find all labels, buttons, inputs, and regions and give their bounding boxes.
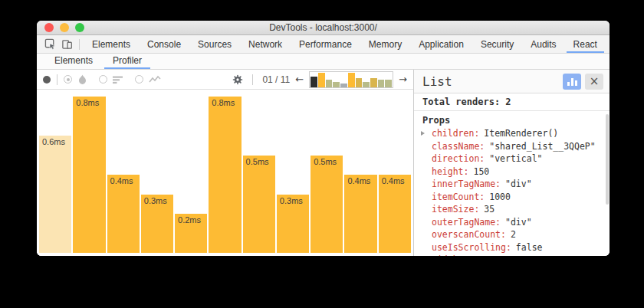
prop-key: height: (432, 166, 468, 177)
settings-gear-icon[interactable] (232, 74, 243, 85)
commit-bar-9[interactable]: 0.5ms (310, 156, 343, 254)
snapshot-minimap[interactable] (309, 71, 393, 88)
interactions-chart-icon[interactable] (149, 75, 161, 84)
prop-row-direction: direction:"vertical" (414, 152, 610, 165)
devtools-tab-bar: ElementsConsoleSourcesNetworkPerformance… (37, 35, 610, 54)
traffic-lights (44, 23, 84, 32)
minimap-bar-5[interactable] (340, 84, 347, 87)
props-panel: Props children:ItemRenderer()className:"… (414, 111, 610, 256)
commit-duration-label: 0.4ms (382, 176, 405, 185)
ranked-radio[interactable] (99, 75, 107, 84)
tab-console[interactable]: Console (139, 36, 189, 53)
commit-bar-6[interactable]: 0.8ms (209, 97, 241, 253)
commit-bar-8[interactable]: 0.3ms (277, 195, 309, 254)
prop-key: outerTagName: (432, 217, 501, 228)
prop-row-innerTagName: innerTagName:"div" (414, 178, 610, 191)
tab-react[interactable]: React (565, 36, 606, 53)
props-scrollbar[interactable] (606, 114, 609, 205)
prop-key: itemSize: (432, 204, 479, 215)
prop-row-useIsScrolling: useIsScrolling:false (414, 241, 610, 254)
minimap-bar-8[interactable] (363, 82, 370, 87)
tab-audits[interactable]: Audits (522, 36, 564, 53)
prop-key: width: (432, 254, 464, 256)
snapshot-counter: 01 / 11 (262, 74, 290, 85)
tab-sources[interactable]: Sources (189, 36, 240, 53)
prop-row-overscanCount: overscanCount:2 (414, 228, 610, 241)
subtab-profiler[interactable]: Profiler (103, 54, 152, 69)
interactions-radio[interactable] (135, 75, 143, 84)
minimap-bar-11[interactable] (385, 80, 392, 87)
prop-row-itemCount: itemCount:1000 (414, 191, 610, 204)
commit-duration-label: 0.5ms (314, 157, 337, 166)
profiler-toolbar: 01 / 11 ← → (37, 70, 413, 90)
commit-duration-label: 0.2ms (178, 215, 201, 224)
commit-bar-7[interactable]: 0.5ms (243, 156, 275, 254)
commit-bar-3[interactable]: 0.4ms (107, 175, 140, 253)
component-details-pane: List × Total renders: 2 Props children:I… (414, 70, 610, 256)
commit-bar-1[interactable]: 0.6ms (39, 136, 71, 253)
tab-application[interactable]: Application (410, 36, 472, 53)
flame-icon[interactable] (77, 74, 87, 85)
prop-key: useIsScrolling: (432, 242, 511, 253)
prop-key: direction: (432, 153, 485, 164)
prop-row-children[interactable]: children:ItemRenderer() (414, 127, 610, 140)
flamegraph-radio[interactable] (64, 75, 72, 84)
commit-duration-label: 0.3ms (280, 196, 303, 205)
previous-snapshot-button[interactable]: ← (295, 74, 304, 84)
snapshot-nav: 01 / 11 ← → (232, 71, 407, 88)
inspect-element-button[interactable] (41, 37, 58, 52)
profiler-main: 01 / 11 ← → 0.6ms0.8ms0.4ms0.3ms0.2ms0.8… (37, 70, 610, 256)
commit-bar-2[interactable]: 0.8ms (73, 97, 105, 253)
bar-chart-icon (567, 82, 570, 86)
minimap-bar-6[interactable] (348, 73, 355, 87)
component-name: List (422, 74, 452, 89)
tab-memory[interactable]: Memory (360, 36, 410, 53)
prop-value: 300 (468, 254, 485, 256)
minimap-bar-3[interactable] (326, 80, 333, 87)
prop-value: "shared_List__3QQeP" (489, 141, 595, 152)
minimize-window-button[interactable] (60, 23, 69, 32)
minimap-bar-10[interactable] (378, 80, 385, 87)
record-button[interactable] (43, 76, 51, 84)
inspect-cursor-icon (44, 38, 56, 50)
minimap-bar-2[interactable] (318, 73, 325, 87)
commit-bar-5[interactable]: 0.2ms (175, 214, 207, 253)
minimap-bar-1[interactable] (310, 77, 317, 87)
close-panel-button[interactable]: × (585, 74, 603, 90)
title-bar: DevTools - localhost:3000/ (37, 21, 610, 35)
tab-security[interactable]: Security (472, 36, 522, 53)
props-list: children:ItemRenderer()className:"shared… (414, 127, 610, 256)
commit-bar-4[interactable]: 0.3ms (141, 195, 173, 254)
tab-performance[interactable]: Performance (291, 36, 360, 53)
profiler-left-pane: 01 / 11 ← → 0.6ms0.8ms0.4ms0.3ms0.2ms0.8… (37, 70, 414, 256)
minimap-bar-4[interactable] (333, 82, 340, 87)
toggle-device-toolbar-button[interactable] (58, 37, 75, 52)
prop-key: itemCount: (432, 192, 485, 202)
commit-bar-chart: 0.6ms0.8ms0.4ms0.3ms0.2ms0.8ms0.5ms0.3ms… (37, 90, 413, 256)
minimap-bar-7[interactable] (356, 78, 363, 87)
zoom-window-button[interactable] (75, 23, 84, 32)
prop-row-height: height:150 (414, 165, 610, 179)
commit-bar-10[interactable]: 0.4ms (344, 175, 376, 253)
commit-duration-label: 0.4ms (347, 176, 370, 185)
bar-chart-icon (575, 80, 577, 86)
toolbar-divider (79, 39, 80, 50)
commit-duration-label: 0.4ms (110, 176, 133, 185)
commit-duration-label: 0.5ms (246, 157, 269, 166)
commit-bar-11[interactable]: 0.4ms (379, 175, 411, 253)
close-window-button[interactable] (44, 23, 54, 32)
total-renders: Total renders: 2 (414, 93, 610, 111)
tab-elements[interactable]: Elements (84, 36, 139, 53)
toolbar-divider (252, 74, 253, 85)
view-render-chart-button[interactable] (563, 74, 581, 90)
ranked-chart-icon[interactable] (113, 75, 123, 84)
commit-duration-label: 0.3ms (144, 196, 167, 205)
prop-value: 1000 (489, 192, 511, 202)
subtab-elements[interactable]: Elements (44, 54, 103, 69)
minimap-bar-9[interactable] (370, 78, 377, 87)
next-snapshot-button[interactable]: → (399, 74, 407, 84)
toolbar-divider (57, 74, 58, 85)
devtools-window: DevTools - localhost:3000/ ElementsConso… (37, 21, 610, 256)
expand-arrow-icon[interactable] (421, 131, 425, 136)
tab-network[interactable]: Network (240, 36, 291, 53)
